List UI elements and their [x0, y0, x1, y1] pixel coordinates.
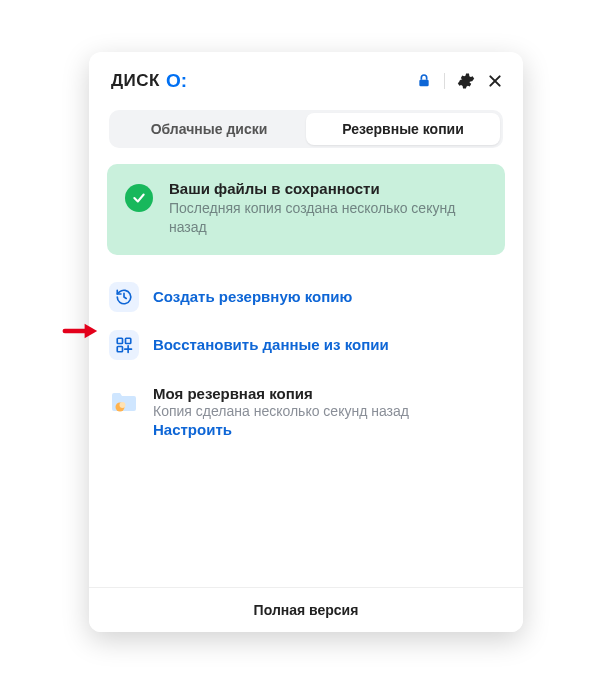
full-version-button[interactable]: Полная версия — [89, 587, 523, 632]
restore-data-label[interactable]: Восстановить данные из копии — [153, 336, 389, 353]
configure-link[interactable]: Настроить — [153, 421, 409, 438]
create-backup-label[interactable]: Создать резервную копию — [153, 288, 352, 305]
gear-icon[interactable] — [457, 72, 475, 90]
create-backup-row[interactable]: Создать резервную копию — [107, 273, 505, 321]
logo-text: ДИСК — [111, 71, 160, 91]
header: ДИСК O: — [89, 52, 523, 104]
backup-title: Моя резервная копия — [153, 385, 409, 402]
backup-item: Моя резервная копия Копия сделана нескол… — [107, 369, 505, 448]
restore-icon — [109, 330, 139, 360]
history-icon — [109, 282, 139, 312]
svg-rect-5 — [117, 346, 122, 351]
svg-rect-0 — [419, 80, 428, 87]
status-subtitle: Последняя копия создана несколько секунд… — [169, 199, 487, 237]
tab-cloud-disks[interactable]: Облачные диски — [112, 113, 306, 145]
app-logo: ДИСК O: — [111, 70, 187, 92]
logo-suffix: O: — [166, 70, 187, 92]
status-card: Ваши файлы в сохранности Последняя копия… — [107, 164, 505, 255]
tab-backups[interactable]: Резервные копии — [306, 113, 500, 145]
svg-point-9 — [120, 402, 126, 408]
app-window: ДИСК O: Об — [89, 52, 523, 632]
backup-subtitle: Копия сделана несколько секунд назад — [153, 403, 409, 419]
folder-icon — [109, 387, 139, 417]
pointer-arrow-icon — [62, 322, 100, 340]
close-icon[interactable] — [487, 73, 503, 89]
backup-text: Моя резервная копия Копия сделана нескол… — [153, 385, 409, 438]
lock-icon[interactable] — [416, 73, 432, 89]
divider — [444, 73, 445, 89]
status-text: Ваши файлы в сохранности Последняя копия… — [169, 180, 487, 237]
svg-rect-4 — [126, 338, 131, 343]
restore-data-row[interactable]: Восстановить данные из копии — [107, 321, 505, 369]
svg-rect-3 — [117, 338, 122, 343]
tab-bar: Облачные диски Резервные копии — [109, 110, 503, 148]
header-icons — [416, 72, 503, 90]
check-icon — [125, 184, 153, 212]
body: Ваши файлы в сохранности Последняя копия… — [89, 164, 523, 587]
status-title: Ваши файлы в сохранности — [169, 180, 487, 197]
